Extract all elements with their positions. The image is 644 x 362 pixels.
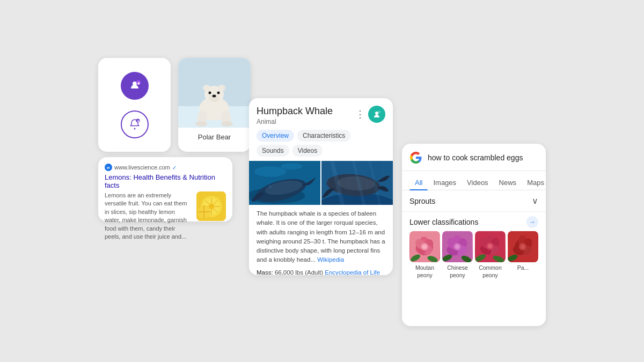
svg-point-33: [375, 112, 378, 115]
search-tab-news[interactable]: News: [494, 175, 522, 190]
notification-card: ★ ★: [98, 58, 171, 152]
svg-point-69: [455, 245, 459, 249]
whale-tabs: Overview Characteristics Sounds Videos: [249, 130, 393, 161]
svg-point-80: [488, 244, 492, 248]
polar-bear-label: Polar Bear: [198, 128, 231, 145]
whale-subtitle: Animal: [257, 118, 355, 125]
svg-point-29: [209, 204, 214, 209]
lower-classifications-arrow[interactable]: →: [526, 216, 538, 228]
polar-bear-image: [178, 58, 251, 128]
lemons-title[interactable]: Lemons: Health Benefits & Nutrition fact…: [105, 173, 226, 189]
peony-grid: Moutan peony Chines: [402, 231, 546, 283]
search-tab-videos[interactable]: Videos: [462, 175, 494, 190]
svg-point-41: [254, 166, 287, 177]
svg-point-10: [203, 85, 210, 91]
svg-point-11: [218, 85, 225, 91]
svg-point-15: [217, 92, 220, 94]
peony-label-moutan: Moutan peony: [409, 264, 440, 279]
wikipedia-link[interactable]: Wikipedia: [317, 256, 344, 263]
peony-image-common: [475, 231, 506, 262]
sprouts-row[interactable]: Sprouts ∨: [402, 190, 546, 212]
more-options-icon[interactable]: ⋮: [355, 108, 365, 120]
whale-header: Humpback Whale Animal ⋮ ★: [249, 98, 393, 130]
svg-point-42: [281, 163, 303, 169]
peony-item-pa[interactable]: Pa...: [508, 231, 538, 279]
tab-videos[interactable]: Videos: [292, 145, 323, 157]
svg-text:★: ★: [379, 111, 381, 114]
peony-label-pa: Pa...: [508, 264, 538, 272]
svg-text:★: ★: [137, 82, 141, 85]
teal-button[interactable]: ★: [368, 106, 385, 123]
favicon-icon: w: [105, 164, 112, 171]
whale-image-left: [249, 161, 320, 205]
peony-image-chinese: [442, 231, 473, 262]
search-tab-maps[interactable]: Maps: [522, 175, 546, 190]
verified-badge: ✓: [172, 165, 177, 171]
whale-header-icons: ⋮ ★: [355, 106, 385, 123]
svg-point-58: [422, 245, 427, 249]
lemons-source: w www.livescience.com ✓: [105, 164, 226, 171]
svg-point-19: [221, 121, 233, 127]
svg-point-3: [134, 128, 135, 129]
notification-icon-filled[interactable]: ★: [121, 72, 149, 100]
peony-item-moutan[interactable]: Moutan peony: [409, 231, 440, 279]
lower-classifications-header: Lower classifications →: [402, 212, 546, 231]
whale-card: Humpback Whale Animal ⋮ ★ Overview Chara…: [249, 98, 393, 275]
peony-item-chinese[interactable]: Chinese peony: [442, 231, 473, 279]
tab-overview[interactable]: Overview: [257, 130, 294, 142]
svg-point-40: [269, 186, 272, 188]
search-tabs: All Images Videos News Maps: [402, 171, 546, 190]
peony-label-chinese: Chinese peony: [442, 264, 473, 279]
peony-image-moutan: [409, 231, 440, 262]
svg-point-18: [195, 121, 207, 127]
search-query[interactable]: how to cook scrambled eggs: [428, 153, 523, 162]
peony-item-common[interactable]: Common peony: [475, 231, 506, 279]
google-logo: [409, 151, 422, 164]
whale-title-area: Humpback Whale Animal: [257, 106, 355, 125]
peony-label-common: Common peony: [475, 264, 506, 279]
search-tab-all[interactable]: All: [409, 175, 428, 190]
search-bar[interactable]: how to cook scrambled eggs: [402, 144, 546, 171]
encyclopedia-link[interactable]: Encyclopedia of Life: [325, 269, 380, 276]
whale-facts: Mass: 66,000 lbs (Adult) Encyclopedia of…: [249, 265, 393, 276]
polar-bear-card: Polar Bear: [178, 58, 251, 152]
whale-description: The humpback whale is a species of balee…: [249, 209, 393, 265]
lower-classifications-title: Lower classifications: [409, 218, 478, 226]
tab-characteristics[interactable]: Characteristics: [297, 130, 350, 142]
notification-icon-outline[interactable]: ★: [121, 110, 149, 138]
lemons-image: [196, 191, 226, 221]
lemons-card: w www.livescience.com ✓ Lemons: Health B…: [98, 157, 232, 221]
tab-sounds[interactable]: Sounds: [257, 145, 289, 157]
svg-text:w: w: [106, 166, 110, 169]
chevron-down-icon: ∨: [532, 196, 538, 206]
whale-images: [249, 161, 393, 205]
whale-image-right: [321, 161, 393, 205]
lemons-text: Lemons are an extremely versatile fruit.…: [105, 191, 192, 241]
whale-mass: Mass: 66,000 lbs (Adult) Encyclopedia of…: [257, 269, 385, 276]
sprouts-label: Sprouts: [409, 197, 435, 205]
lemons-content: Lemons are an extremely versatile fruit.…: [105, 191, 226, 241]
search-card: how to cook scrambled eggs All Images Vi…: [402, 144, 546, 326]
svg-point-13: [213, 95, 216, 98]
svg-point-90: [521, 245, 525, 249]
svg-point-14: [209, 92, 211, 94]
search-tab-images[interactable]: Images: [428, 175, 462, 190]
peony-image-pa: [508, 231, 538, 262]
whale-title: Humpback Whale: [257, 106, 355, 117]
